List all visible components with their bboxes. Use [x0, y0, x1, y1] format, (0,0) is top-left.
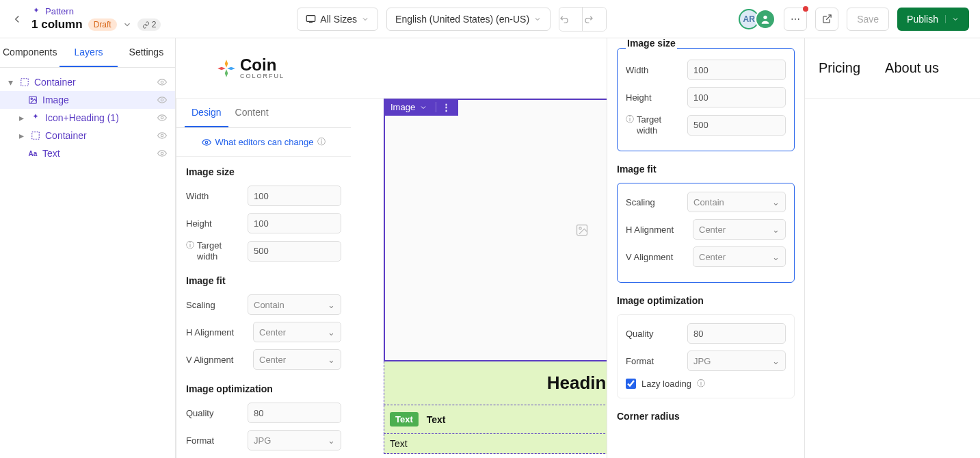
undo-button[interactable]: [559, 8, 583, 31]
chevron-down-icon: [419, 103, 427, 112]
caret-right-icon: ▸: [19, 112, 26, 123]
text-content: Text: [390, 438, 408, 449]
svg-rect-0: [307, 16, 316, 22]
scaling-label: Scaling: [626, 197, 680, 207]
tree-label: Text: [42, 148, 60, 159]
tree-label: Container: [45, 130, 87, 141]
info-icon: ⓘ: [626, 114, 634, 124]
tab-content[interactable]: Content: [228, 99, 276, 127]
site-header-preview: Coin COLORFUL Products Pricing About us: [176, 38, 980, 99]
section-title: Corner radius: [617, 411, 795, 422]
tree-item-icon-heading[interactable]: ▸ Icon+Heading (1): [0, 109, 175, 127]
logo-text: Coin: [240, 57, 284, 73]
nav-link[interactable]: About us: [885, 60, 939, 76]
visibility-icon[interactable]: [157, 95, 167, 105]
top-bar: Pattern 1 column Draft 2 All Sizes Engli…: [0, 0, 980, 38]
collaborator-avatars[interactable]: AR: [743, 9, 776, 29]
valign-select[interactable]: Center⌄: [693, 246, 786, 267]
visibility-icon[interactable]: [157, 149, 167, 158]
site-logo: Coin COLORFUL: [217, 57, 284, 79]
locale-selector[interactable]: English (United States) (en-US): [386, 8, 551, 31]
lazy-loading-checkbox[interactable]: Lazy loading ⓘ: [626, 378, 786, 390]
text-tag-badge: Text: [390, 412, 419, 427]
selection-label[interactable]: Image ⋮: [384, 99, 458, 116]
halign-select[interactable]: Center⌄: [693, 219, 786, 240]
chevron-down-icon: ⌄: [772, 252, 780, 262]
selection-more-icon[interactable]: ⋮: [436, 102, 451, 112]
device-selector[interactable]: All Sizes: [297, 8, 378, 31]
save-button[interactable]: Save: [847, 8, 889, 31]
tree-label: Container: [34, 77, 76, 88]
format-select[interactable]: JPG⌄: [248, 430, 341, 450]
breadcrumb[interactable]: Pattern: [31, 6, 161, 16]
visibility-icon[interactable]: [157, 131, 167, 140]
editors-link-text: What editors can change: [215, 137, 314, 147]
editors-permissions-link[interactable]: What editors can change ⓘ: [176, 128, 351, 157]
svg-point-3: [161, 81, 163, 84]
component-icon: [30, 112, 41, 123]
nav-link[interactable]: Pricing: [819, 60, 860, 76]
tree-item-image[interactable]: Image: [0, 91, 175, 109]
svg-point-12: [579, 227, 581, 229]
back-arrow-icon[interactable]: [11, 13, 23, 25]
canvas[interactable]: Coin COLORFUL Products Pricing About us …: [176, 38, 980, 458]
scaling-select[interactable]: Contain⌄: [248, 294, 341, 315]
title-chevron-icon[interactable]: [122, 20, 132, 29]
svg-point-7: [161, 116, 163, 119]
svg-point-5: [31, 98, 32, 99]
lazy-label: Lazy loading: [641, 379, 691, 389]
right-panel-tabs: Design Content: [176, 99, 351, 128]
left-panel-tabs: Components Layers Settings: [0, 38, 175, 68]
publish-button[interactable]: Publish: [897, 8, 969, 31]
halign-label: H Alignment: [626, 225, 686, 235]
section-title: Image optimization: [186, 383, 341, 394]
tab-layers[interactable]: Layers: [59, 38, 117, 67]
notification-dot-icon: [803, 6, 808, 12]
image-icon: [27, 94, 38, 105]
tree-item-container[interactable]: ▸ Container: [0, 127, 175, 144]
section-title: Image size: [626, 38, 677, 49]
quality-input[interactable]: %: [687, 323, 786, 344]
section-image-size: Image size Width % Height % ⓘTarget widt…: [186, 166, 341, 262]
tree-item-text[interactable]: Aa Text: [0, 144, 175, 162]
target-width-label: ⓘTarget width: [626, 114, 680, 136]
chevron-down-icon: ⌄: [328, 300, 335, 310]
scaling-label: Scaling: [186, 300, 241, 310]
target-width-input[interactable]: px: [687, 115, 786, 136]
target-width-label: ⓘTarget width: [186, 240, 241, 262]
scaling-select[interactable]: Contain⌄: [687, 192, 786, 212]
tab-design[interactable]: Design: [185, 99, 228, 127]
height-input[interactable]: %: [687, 87, 786, 107]
valign-select[interactable]: Center⌄: [253, 349, 341, 370]
tab-components[interactable]: Components: [0, 38, 59, 67]
height-input[interactable]: %: [248, 213, 341, 233]
halign-select[interactable]: Center⌄: [253, 322, 341, 342]
target-width-input[interactable]: px: [248, 241, 341, 262]
visibility-icon[interactable]: [157, 77, 167, 87]
tree-item-container[interactable]: ▾ Container: [0, 73, 175, 91]
redo-button[interactable]: [583, 8, 606, 31]
svg-point-1: [763, 15, 767, 18]
width-label: Width: [186, 191, 241, 201]
width-input[interactable]: %: [687, 60, 786, 80]
section-title: Image size: [186, 166, 341, 177]
format-select[interactable]: JPG⌄: [687, 351, 786, 371]
tab-settings[interactable]: Settings: [118, 38, 175, 67]
svg-point-9: [161, 134, 163, 137]
container-icon: [30, 130, 41, 141]
more-menu-button[interactable]: ⋯: [784, 8, 807, 31]
open-external-button[interactable]: [815, 8, 838, 31]
right-panel: Design Content What editors can change ⓘ…: [176, 99, 351, 458]
text-content: Text: [427, 414, 446, 425]
width-input[interactable]: %: [248, 186, 341, 206]
svg-point-10: [161, 152, 163, 155]
visibility-icon[interactable]: [157, 113, 167, 123]
svg-point-6: [161, 99, 163, 101]
link-count-badge[interactable]: 2: [137, 18, 161, 31]
quality-input[interactable]: %: [248, 403, 341, 423]
chevron-down-icon: ⌄: [328, 327, 335, 338]
info-icon: ⓘ: [317, 136, 326, 148]
text-icon: Aa: [27, 148, 38, 159]
section-image-optimization: Image optimization Quality % Format JPG⌄…: [186, 383, 341, 458]
svg-rect-2: [21, 79, 29, 86]
